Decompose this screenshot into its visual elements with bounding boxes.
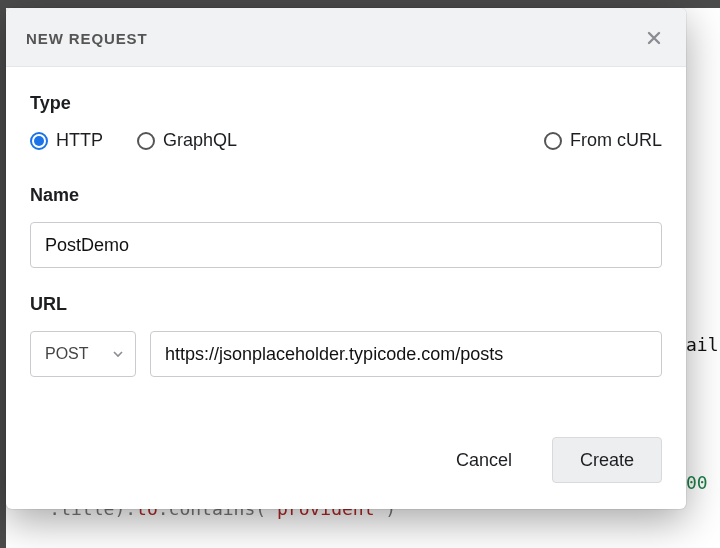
type-label: Type [30,93,662,114]
bg-right-1: ail [686,322,720,368]
radio-dot-icon [30,132,48,150]
close-button[interactable] [642,26,666,50]
url-label: URL [30,294,662,315]
type-radio-graphql-label: GraphQL [163,130,237,151]
frame-top [0,0,720,8]
type-radio-group: HTTP GraphQL From cURL [30,130,662,151]
modal-header: NEW REQUEST [6,8,686,67]
type-radio-http-label: HTTP [56,130,103,151]
bg-right-2: 00 [686,460,720,506]
http-method-value: POST [45,345,89,363]
new-request-modal: NEW REQUEST Type HTTP GraphQL From cURL [6,8,686,509]
url-input[interactable] [150,331,662,377]
type-radio-curl[interactable]: From cURL [544,130,662,151]
cancel-button-label: Cancel [456,450,512,471]
chevron-down-icon [113,345,123,363]
modal-title: NEW REQUEST [26,30,148,47]
modal-footer: Cancel Create [6,413,686,509]
cancel-button[interactable]: Cancel [432,437,536,483]
type-radio-http[interactable]: HTTP [30,130,103,151]
create-button[interactable]: Create [552,437,662,483]
type-radio-curl-label: From cURL [570,130,662,151]
radio-dot-icon [544,132,562,150]
name-label: Name [30,185,662,206]
radio-dot-icon [137,132,155,150]
create-button-label: Create [580,450,634,471]
close-icon [646,30,662,46]
type-radio-graphql[interactable]: GraphQL [137,130,237,151]
http-method-select[interactable]: POST [30,331,136,377]
name-input[interactable] [30,222,662,268]
